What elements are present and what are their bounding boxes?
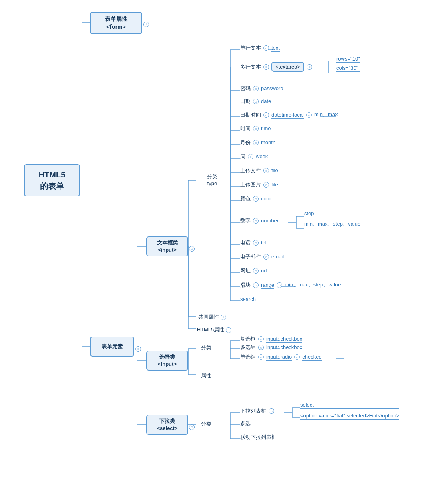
password-row: 密码 ○ password [240, 85, 283, 92]
textarea-attrs: rows="10" cols="30" [336, 56, 360, 72]
url-row: 网址 ○ url [240, 267, 267, 274]
type-node: 分类type [196, 172, 228, 188]
dropdown-category-node: 分类 [196, 419, 216, 429]
form-attr-node: 表单属性 <form> [90, 12, 142, 34]
html5-attr-node: HTML5属性 + [196, 325, 232, 335]
multi-text-row: 多行文本 ○ <textarea> ○ [240, 62, 312, 72]
single-text-row: 单行文本 ○ text [240, 44, 280, 52]
email-row: 电子邮件 ○ email [240, 253, 284, 260]
root-node: HTML5 的表单 [24, 164, 80, 196]
number-row: 数字 ○ number [240, 217, 279, 224]
dropdown-expand[interactable]: ○ [189, 424, 195, 430]
checkbox-group-row: 多选组 ○ input: checkbox [240, 344, 302, 351]
select-category-node: 分类 [196, 343, 216, 353]
dropdown-list-attrs: select <option value="fiat" selected>Fia… [300, 402, 399, 420]
form-elements-node: 表单元素 [90, 337, 134, 357]
select-property-node: 属性 [196, 371, 216, 381]
search-row: search [240, 296, 256, 303]
dropdown-node: 下拉类 <select> [146, 415, 188, 435]
radio-row: 单选组 ○ input: radio ○ checked [240, 353, 322, 361]
upload-image-row: 上传图片 ○ file [240, 181, 278, 188]
upload-file-row: 上传文件 ○ file [240, 167, 278, 174]
linked-dropdown-row: 联动下拉列表框 [240, 434, 277, 441]
date-row: 日期 ○ date [240, 98, 271, 105]
time-row: 时间 ○ time [240, 125, 271, 132]
html5-attr-expand[interactable]: + [226, 327, 231, 333]
week-row: 周 ○ week [240, 153, 268, 160]
common-attr-expand[interactable]: + [221, 314, 226, 320]
tel-row: 电话 ○ tel [240, 239, 267, 246]
text-input-node: 文本框类 <input> [146, 236, 188, 256]
datetime-row: 日期时间 ○ datetime-local ○ min、max [240, 111, 338, 119]
common-attr-node: 共同属性 + [196, 312, 228, 322]
multi-select-row: 多选 [240, 420, 251, 427]
checkbox-row: 复选框 ○ input: checkbox [240, 335, 302, 343]
select-input-node: 选择类 <input> [146, 351, 188, 371]
dropdown-list-row: 下拉列表框 ○ [240, 407, 274, 415]
color-row: 颜色 ○ color [240, 195, 272, 202]
form-attr-expand[interactable]: + [143, 21, 149, 27]
form-elements-expand[interactable]: ○ [135, 345, 141, 352]
text-input-expand[interactable]: ○ [189, 245, 195, 252]
diagram-container: HTML5 的表单 表单属性 <form> + 表单元素 ○ 文本框类 <inp… [0, 0, 448, 478]
range-row: 滑块 ○ range ○ min、max、step、value [240, 281, 341, 289]
number-attrs: step min、max、step、value [304, 210, 360, 228]
month-row: 月份 ○ month [240, 139, 275, 146]
